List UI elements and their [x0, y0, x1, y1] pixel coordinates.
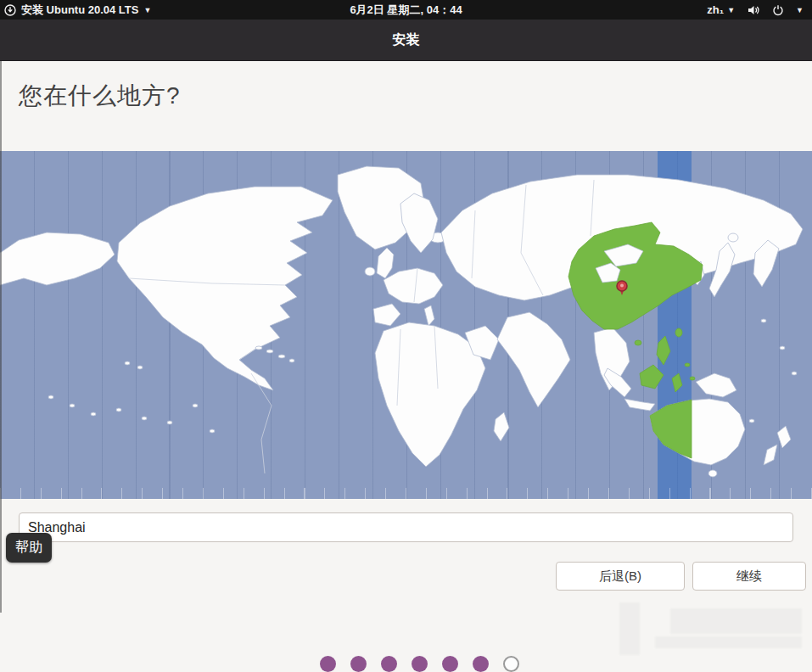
page-title: 您在什么地方?	[19, 80, 181, 112]
system-indicators: zh₁ ▼ ▼	[707, 3, 812, 16]
app-indicator-menu[interactable]: 安装 Ubuntu 20.04 LTS ▼	[0, 3, 151, 18]
progress-dot-filled	[381, 656, 397, 672]
window-title: 安装	[393, 31, 420, 49]
world-map-svg	[0, 151, 812, 499]
progress-dot-filled	[412, 656, 428, 672]
help-tooltip[interactable]: 帮助	[6, 533, 52, 563]
progress-dots	[320, 656, 519, 672]
chevron-down-icon: ▼	[727, 7, 735, 14]
timezone-city-input[interactable]	[19, 512, 793, 542]
install-download-icon	[4, 4, 16, 16]
progress-dot-filled	[320, 656, 336, 672]
chevron-down-icon[interactable]: ▼	[796, 7, 804, 14]
progress-dot-empty	[503, 656, 519, 672]
help-tooltip-label: 帮助	[15, 540, 42, 554]
progress-dot-filled	[473, 656, 489, 672]
progress-dot-filled	[442, 656, 458, 672]
window-title-bar[interactable]: 安装	[0, 20, 812, 61]
app-menu-label: 安装 Ubuntu 20.04 LTS	[21, 3, 138, 18]
installer-screen: 安装 Ubuntu 20.04 LTS ▼ 6月2日 星期二, 04：44 zh…	[0, 0, 812, 672]
power-icon[interactable]	[772, 4, 784, 16]
watermark	[594, 598, 802, 658]
timezone-map[interactable]	[0, 151, 812, 499]
progress-dot-filled	[350, 656, 367, 672]
input-method-indicator[interactable]: zh₁ ▼	[707, 3, 735, 16]
volume-icon[interactable]	[747, 4, 760, 16]
window-left-border	[0, 61, 2, 613]
chevron-down-icon: ▼	[143, 7, 151, 14]
back-button[interactable]: 后退(B)	[556, 562, 685, 591]
system-top-bar: 安装 Ubuntu 20.04 LTS ▼ 6月2日 星期二, 04：44 zh…	[0, 0, 812, 20]
continue-button[interactable]: 继续	[692, 562, 806, 591]
